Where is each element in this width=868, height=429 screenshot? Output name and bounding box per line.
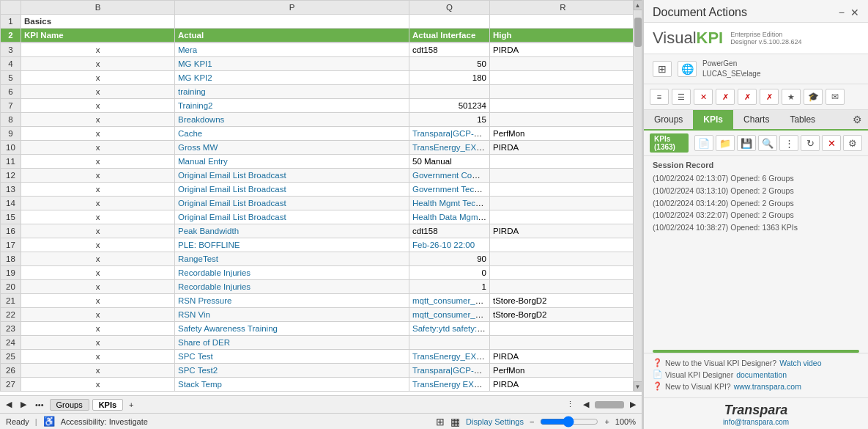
actual-cell[interactable]: Government Computer News:Original Email …	[409, 169, 490, 183]
zoom-plus[interactable]: +	[604, 417, 609, 426]
sheet-scroll-thumb[interactable]	[595, 401, 624, 408]
nav-prev-btn[interactable]: ◀	[3, 398, 15, 411]
col-header-r[interactable]: R	[490, 1, 634, 15]
col-header-q[interactable]: Q	[409, 1, 490, 15]
interface-cell[interactable]	[490, 252, 634, 266]
interface-cell[interactable]: PerfMon	[490, 364, 634, 378]
folder-btn[interactable]: 📁	[716, 135, 735, 151]
x-red-btn3[interactable]: ✗	[760, 89, 779, 105]
delete-kpi-btn[interactable]: ✕	[822, 135, 841, 151]
x-cell[interactable]: x	[21, 294, 175, 308]
interface-cell[interactable]	[490, 169, 634, 183]
hierarchy-btn[interactable]: ⋮	[779, 135, 798, 151]
kpi-name-cell[interactable]: Stack Temp	[175, 378, 409, 392]
interface-cell[interactable]	[490, 99, 634, 113]
kpi-name-cell[interactable]: RangeTest	[175, 252, 409, 266]
transpara-email[interactable]: info@transpara.com	[653, 418, 859, 426]
x-cell[interactable]: x	[21, 85, 175, 99]
kpi-name-cell[interactable]: Original Email List Broadcast	[175, 197, 409, 210]
tab-tables[interactable]: Tables	[779, 110, 826, 129]
kpi-name-cell[interactable]: Recordable Injuries	[175, 266, 409, 280]
interface-cell[interactable]	[490, 57, 634, 71]
actual-cell[interactable]: TransEnergy_EXCT1grMW	[409, 141, 490, 155]
delete-icon-btn[interactable]: ✕	[694, 89, 713, 105]
gear-icon[interactable]: ⚙	[847, 110, 868, 129]
list-icon-btn[interactable]: ☰	[672, 89, 691, 105]
kpi-name-cell[interactable]: SPC Test	[175, 350, 409, 364]
interface-cell[interactable]	[490, 238, 634, 252]
scroll-left-btn[interactable]: ⋮	[563, 398, 577, 411]
x-cell[interactable]: x	[21, 266, 175, 280]
kpi-name-cell[interactable]: Training2	[175, 99, 409, 113]
actual-cell[interactable]: TransEnergy_EXCT1fgflow	[409, 350, 490, 364]
kpi-name-cell[interactable]: Cache	[175, 127, 409, 141]
kpi-name-cell[interactable]: Manual Entry	[175, 155, 409, 169]
actual-cell[interactable]: cdt158	[409, 224, 490, 238]
basics-cell[interactable]: Basics	[21, 15, 175, 29]
x-cell[interactable]: x	[21, 155, 175, 169]
nav-next-btn[interactable]: ▶	[18, 398, 29, 411]
x-cell[interactable]: x	[21, 378, 175, 392]
scroll-down-arrow[interactable]: ▼	[634, 381, 642, 392]
kpi-name-cell[interactable]: MG KPI1	[175, 57, 409, 71]
x-cell[interactable]: x	[21, 322, 175, 336]
actual-cell[interactable]: 90	[409, 252, 490, 266]
header-actual-interface[interactable]: Actual Interface	[409, 29, 490, 43]
interface-cell[interactable]	[490, 322, 634, 336]
actual-cell[interactable]: mqtt_consumer_vin|host=inode1,topic=Senq…	[409, 308, 490, 322]
header-actual[interactable]: Actual	[175, 29, 409, 43]
x-cell[interactable]: x	[21, 280, 175, 294]
actual-cell[interactable]: 1	[409, 280, 490, 294]
interface-cell[interactable]	[490, 266, 634, 280]
x-cell[interactable]: x	[21, 99, 175, 113]
tab-kpis[interactable]: KPIs	[92, 399, 123, 411]
kpi-name-cell[interactable]: training	[175, 85, 409, 99]
x-cell[interactable]: x	[21, 336, 175, 350]
x-cell[interactable]: x	[21, 127, 175, 141]
actual-cell[interactable]: cdt158	[409, 43, 490, 57]
x-cell[interactable]: x	[21, 141, 175, 155]
x-cell[interactable]: x	[21, 252, 175, 266]
close-icon[interactable]: ✕	[850, 7, 859, 18]
website-link[interactable]: www.transpara.com	[734, 382, 801, 391]
actual-cell[interactable]: 501234	[409, 99, 490, 113]
globe-btn[interactable]: 🌐	[678, 61, 697, 77]
interface-cell[interactable]	[490, 113, 634, 127]
add-sheet-btn[interactable]: +	[126, 399, 136, 411]
x-cell[interactable]: x	[21, 224, 175, 238]
kpi-name-cell[interactable]: Share of DER	[175, 336, 409, 350]
x-cell[interactable]: x	[21, 350, 175, 364]
scroll-thumb[interactable]	[634, 18, 642, 47]
refresh-btn[interactable]: ↻	[801, 135, 820, 151]
actual-cell[interactable]: mqtt_consumer_pressure|host=inode1,topic…	[409, 294, 490, 308]
settings-kpi-btn[interactable]: ⚙	[843, 135, 862, 151]
actual-cell[interactable]: Transpara|GCP-VKPI-DEVELO|Cache|Duration	[409, 127, 490, 141]
x-cell[interactable]: x	[21, 308, 175, 322]
x-cell[interactable]: x	[21, 57, 175, 71]
kpi-name-cell[interactable]: Safety Awareness Training	[175, 322, 409, 336]
x-cell[interactable]: x	[21, 364, 175, 378]
new-kpi-btn[interactable]: 📄	[694, 135, 713, 151]
header-kpi-name[interactable]: KPI Name	[21, 29, 175, 43]
kpi-name-cell[interactable]: Recordable Injuries	[175, 280, 409, 294]
actual-cell[interactable]: 0	[409, 266, 490, 280]
cell-r1[interactable]	[490, 15, 634, 29]
actual-cell[interactable]	[409, 336, 490, 350]
interface-cell[interactable]	[490, 155, 634, 169]
scroll-track[interactable]	[634, 10, 642, 381]
graduation-btn[interactable]: 🎓	[804, 89, 823, 105]
mail-btn[interactable]: ✉	[826, 89, 845, 105]
x-cell[interactable]: x	[21, 210, 175, 224]
kpi-name-cell[interactable]: SPC Test2	[175, 364, 409, 378]
cell-q1[interactable]	[409, 15, 490, 29]
col-header-p[interactable]: P	[175, 1, 409, 15]
col-header-b[interactable]: B	[21, 1, 175, 15]
interface-cell[interactable]: PIRDA	[490, 43, 634, 57]
sheet-scroll-left[interactable]: ◀	[580, 398, 592, 411]
search-kpi-btn[interactable]: 🔍	[758, 135, 777, 151]
actual-cell[interactable]: Health Mgmt Technology:Original Email Li…	[409, 197, 490, 210]
x-cell[interactable]: x	[21, 197, 175, 210]
actual-cell[interactable]: Feb-26-10 22:00	[409, 238, 490, 252]
tab-groups[interactable]: Groups	[644, 110, 693, 129]
interface-cell[interactable]	[490, 85, 634, 99]
